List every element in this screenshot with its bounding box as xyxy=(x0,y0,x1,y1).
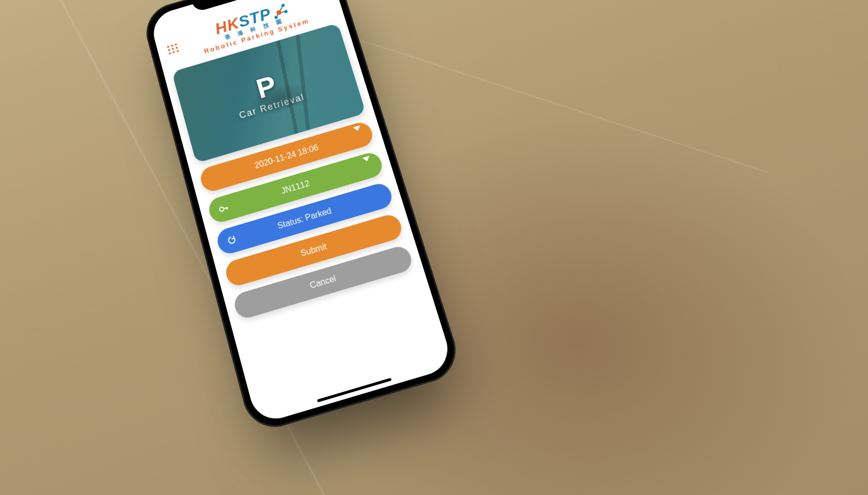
phone-stage: HK STP 香 港 科 xyxy=(189,0,400,405)
refresh-icon xyxy=(226,234,238,246)
hero-caption: Car Retrieval xyxy=(238,91,306,121)
svg-point-6 xyxy=(284,9,288,13)
svg-point-3 xyxy=(275,9,282,15)
submit-label: Submit xyxy=(300,242,328,259)
status-value: Status: Parked xyxy=(277,206,332,231)
cancel-label: Cancel xyxy=(309,274,337,291)
datetime-value: 2020-11-24 18:06 xyxy=(253,143,319,170)
chevron-down-icon xyxy=(364,160,374,171)
plate-value: JN1112 xyxy=(280,179,311,196)
menu-icon[interactable] xyxy=(165,43,173,57)
photo-background xyxy=(0,0,868,495)
key-icon xyxy=(217,202,230,215)
svg-point-5 xyxy=(281,3,285,7)
hero-p: P xyxy=(253,71,280,103)
chevron-down-icon xyxy=(354,130,364,141)
